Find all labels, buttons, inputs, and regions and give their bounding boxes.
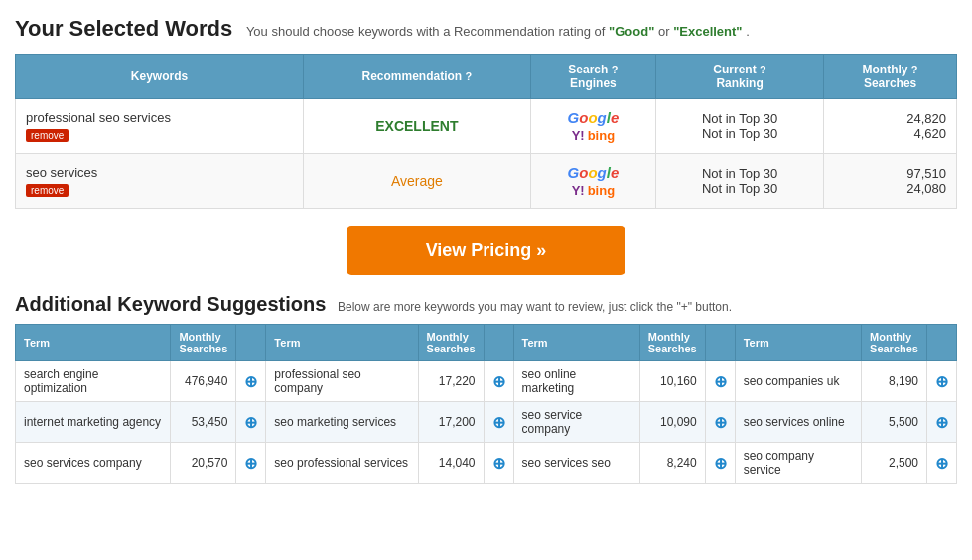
- page-title: Your Selected Words: [15, 16, 232, 41]
- search-engines-cell-0: Google Y! bing: [530, 99, 655, 154]
- keyword-text-1: seo services: [26, 165, 97, 180]
- sugg-monthly-2-2: 8,240: [639, 443, 705, 484]
- col-recommendation: Recommendation ?: [303, 55, 530, 99]
- suggestions-title: Additional Keyword Suggestions: [15, 293, 326, 315]
- sugg-add-cell-1-0: ⊕: [236, 402, 266, 443]
- sugg-col-monthly1: MonthlySearches: [171, 325, 236, 361]
- sugg-term-0-2: seo online marketing: [513, 361, 639, 402]
- current-ranking-cell-0: Not in Top 30Not in Top 30: [656, 99, 824, 154]
- page-header: Your Selected Words You should choose ke…: [15, 16, 957, 42]
- keywords-table: Keywords Recommendation ? Search ?Engine…: [15, 54, 957, 209]
- sugg-term-2-1: seo professional services: [266, 443, 418, 484]
- col-search-engines: Search ?Engines: [530, 55, 655, 99]
- sugg-monthly-2-0: 20,570: [171, 443, 236, 484]
- sugg-add-button-0-1[interactable]: ⊕: [492, 372, 505, 391]
- sugg-col-monthly2: MonthlySearches: [418, 325, 484, 361]
- google-logo-1: Google: [541, 164, 645, 181]
- sugg-add-button-0-3[interactable]: ⊕: [935, 372, 948, 391]
- ranking-value: Not in Top 30: [666, 126, 813, 141]
- recommendation-cell-0: EXCELLENT: [303, 99, 530, 154]
- sugg-term-2-0: seo services company: [16, 443, 171, 484]
- sugg-col-term3: Term: [513, 325, 639, 361]
- monthly-searches-cell-0: 24,8204,620: [824, 99, 957, 154]
- keyword-text-0: professional seo services: [26, 110, 171, 125]
- sugg-add-button-2-3[interactable]: ⊕: [935, 454, 948, 473]
- sugg-add-button-1-1[interactable]: ⊕: [492, 413, 505, 432]
- sugg-col-term4: Term: [735, 325, 861, 361]
- sugg-add-cell-0-3: ⊕: [926, 361, 956, 402]
- monthly-value: 24,080: [834, 181, 946, 196]
- ranking-value: Not in Top 30: [666, 181, 813, 196]
- sugg-add-cell-1-1: ⊕: [484, 402, 513, 443]
- recommendation-help-icon[interactable]: ?: [466, 70, 473, 82]
- sugg-term-1-3: seo services online: [735, 402, 861, 443]
- monthly-value: 24,820: [834, 111, 946, 126]
- sugg-monthly-1-1: 17,200: [418, 402, 484, 443]
- sugg-col-add2: [484, 325, 513, 361]
- sugg-monthly-1-0: 53,450: [171, 402, 236, 443]
- sugg-add-button-2-1[interactable]: ⊕: [492, 454, 505, 473]
- sugg-monthly-0-0: 476,940: [171, 361, 236, 402]
- sugg-term-2-3: seo company service: [735, 443, 861, 484]
- sugg-col-add1: [236, 325, 266, 361]
- ranking-value: Not in Top 30: [666, 166, 813, 181]
- sugg-add-cell-2-3: ⊕: [926, 443, 956, 484]
- sugg-col-add4: [926, 325, 956, 361]
- bing-logo-0: Y! bing: [541, 128, 645, 143]
- sugg-add-button-2-0[interactable]: ⊕: [244, 454, 257, 473]
- bing-logo-1: Y! bing: [541, 183, 645, 198]
- remove-button-0[interactable]: remove: [26, 129, 69, 142]
- sugg-monthly-2-1: 14,040: [418, 443, 484, 484]
- page-subtitle: You should choose keywords with a Recomm…: [246, 24, 750, 39]
- sugg-add-button-1-3[interactable]: ⊕: [935, 413, 948, 432]
- sugg-col-monthly3: MonthlySearches: [639, 325, 705, 361]
- sugg-monthly-2-3: 2,500: [862, 443, 927, 484]
- current-ranking-cell-1: Not in Top 30Not in Top 30: [656, 154, 824, 209]
- suggestions-header: Additional Keyword Suggestions Below are…: [15, 293, 957, 316]
- sugg-term-0-1: professional seo company: [266, 361, 418, 402]
- monthly-value: 4,620: [834, 126, 946, 141]
- sugg-monthly-1-2: 10,090: [639, 402, 705, 443]
- sugg-term-1-2: seo service company: [513, 402, 639, 443]
- sugg-col-add3: [705, 325, 735, 361]
- sugg-add-cell-0-0: ⊕: [236, 361, 266, 402]
- col-current-ranking: Current ?Ranking: [656, 55, 824, 99]
- current-ranking-help-icon[interactable]: ?: [760, 64, 766, 75]
- sugg-add-button-2-2[interactable]: ⊕: [714, 454, 727, 473]
- sugg-term-0-0: search engine optimization: [16, 361, 171, 402]
- view-pricing-button[interactable]: View Pricing »: [347, 226, 626, 275]
- sugg-add-cell-2-2: ⊕: [705, 443, 735, 484]
- sugg-add-button-1-2[interactable]: ⊕: [714, 413, 727, 432]
- keyword-cell-1: seo servicesremove: [16, 154, 304, 209]
- sugg-add-cell-1-3: ⊕: [926, 402, 956, 443]
- sugg-monthly-0-1: 17,220: [418, 361, 484, 402]
- sugg-col-term2: Term: [266, 325, 418, 361]
- suggestions-table: Term MonthlySearches Term MonthlySearche…: [15, 324, 957, 484]
- sugg-add-cell-2-1: ⊕: [484, 443, 513, 484]
- sugg-add-button-0-0[interactable]: ⊕: [244, 372, 257, 391]
- sugg-col-monthly4: MonthlySearches: [862, 325, 927, 361]
- keyword-cell-0: professional seo servicesremove: [16, 99, 304, 154]
- sugg-monthly-0-2: 10,160: [639, 361, 705, 402]
- sugg-term-0-3: seo companies uk: [735, 361, 861, 402]
- sugg-monthly-1-3: 5,500: [862, 402, 927, 443]
- google-logo-0: Google: [541, 109, 645, 126]
- sugg-add-button-1-0[interactable]: ⊕: [244, 413, 257, 432]
- monthly-searches-help-icon[interactable]: ?: [911, 64, 918, 75]
- sugg-term-2-2: seo services seo: [513, 443, 639, 484]
- sugg-add-cell-0-2: ⊕: [705, 361, 735, 402]
- col-monthly-searches: Monthly ?Searches: [824, 55, 957, 99]
- search-engines-help-icon[interactable]: ?: [612, 64, 619, 75]
- search-engines-cell-1: Google Y! bing: [530, 154, 655, 209]
- sugg-add-cell-0-1: ⊕: [484, 361, 513, 402]
- ranking-value: Not in Top 30: [666, 111, 813, 126]
- monthly-searches-cell-1: 97,51024,080: [824, 154, 957, 209]
- sugg-term-1-1: seo marketing services: [266, 402, 418, 443]
- remove-button-1[interactable]: remove: [26, 184, 69, 197]
- sugg-add-cell-1-2: ⊕: [705, 402, 735, 443]
- recommendation-cell-1: Average: [303, 154, 530, 209]
- sugg-add-cell-2-0: ⊕: [236, 443, 266, 484]
- sugg-add-button-0-2[interactable]: ⊕: [714, 372, 727, 391]
- sugg-term-1-0: internet marketing agency: [16, 402, 171, 443]
- monthly-value: 97,510: [834, 166, 946, 181]
